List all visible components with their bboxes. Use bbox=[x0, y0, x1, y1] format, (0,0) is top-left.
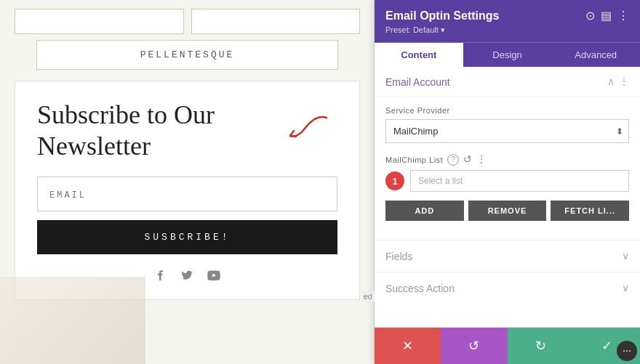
panel-header: Email Optin Settings ⊙ ▤ ⋮ Preset: Defau… bbox=[375, 0, 640, 42]
service-provider-select[interactable]: MailChimp bbox=[385, 119, 629, 143]
panel-preset[interactable]: Preset: Default ▾ bbox=[385, 25, 629, 35]
mini-card-left bbox=[15, 9, 184, 34]
youtube-icon[interactable] bbox=[207, 270, 220, 285]
list-select[interactable]: Select a list bbox=[410, 170, 629, 192]
fetch-button[interactable]: FETCH LI... bbox=[551, 201, 629, 221]
email-input[interactable] bbox=[49, 190, 325, 201]
fields-chevron-icon: ∨ bbox=[622, 250, 629, 262]
mailchimp-list-label: MailChimp List bbox=[385, 155, 443, 164]
mailchimp-more-icon[interactable]: ⋮ bbox=[476, 153, 487, 166]
fields-section[interactable]: Fields ∨ bbox=[375, 240, 640, 272]
panel-body: Email Account ∧ ⋮ Service Provider MailC… bbox=[375, 67, 640, 327]
refresh-icon[interactable]: ↺ bbox=[463, 153, 472, 166]
top-cards-area bbox=[0, 0, 375, 34]
panel-header-icons: ⊙ ▤ ⋮ bbox=[585, 9, 629, 23]
add-button[interactable]: ADD bbox=[385, 201, 464, 221]
service-provider-wrapper: MailChimp ⬍ bbox=[385, 119, 629, 143]
circle-action-button[interactable]: ⋯ bbox=[617, 341, 637, 361]
subscribe-section: Subscribe to Our Newsletter SUSBCRIBE! bbox=[15, 81, 360, 300]
panel-header-top: Email Optin Settings ⊙ ▤ ⋮ bbox=[385, 9, 629, 23]
undo-icon: ↺ bbox=[468, 338, 479, 354]
success-action-section[interactable]: Success Action ∨ bbox=[375, 272, 640, 304]
section-controls: ∧ ⋮ bbox=[607, 76, 629, 88]
action-buttons: ADD REMOVE FETCH LI... bbox=[385, 201, 629, 221]
settings-panel: Email Optin Settings ⊙ ▤ ⋮ Preset: Defau… bbox=[375, 0, 640, 364]
confirm-icon: ✓ bbox=[601, 338, 612, 354]
collapse-icon[interactable]: ∧ bbox=[607, 76, 615, 88]
email-account-title: Email Account bbox=[385, 76, 450, 88]
more-options-icon[interactable]: ⋮ bbox=[617, 9, 629, 23]
section-more-icon[interactable]: ⋮ bbox=[619, 76, 629, 88]
arrow-decoration bbox=[279, 103, 337, 150]
service-provider-label: Service Provider bbox=[385, 106, 629, 115]
panel-tabs: Content Design Advanced bbox=[375, 42, 640, 67]
tab-advanced[interactable]: Advanced bbox=[551, 43, 640, 67]
subscribe-button[interactable]: SUSBCRIBE! bbox=[37, 220, 337, 254]
success-action-title: Success Action bbox=[385, 283, 455, 294]
redo-button[interactable]: ↻ bbox=[508, 328, 574, 364]
email-input-wrapper bbox=[37, 177, 337, 211]
help-icon[interactable]: ? bbox=[447, 154, 459, 166]
edge-text: ed bbox=[361, 291, 375, 302]
tab-design[interactable]: Design bbox=[463, 43, 552, 67]
target-icon[interactable]: ⊙ bbox=[585, 9, 595, 23]
pellentesque-card: PELLENTESQUE bbox=[36, 40, 338, 70]
mailchimp-label-row: MailChimp List ? ↺ ⋮ bbox=[385, 153, 629, 166]
redo-icon: ↻ bbox=[535, 338, 546, 354]
pellentesque-text: PELLENTESQUE bbox=[140, 49, 235, 60]
remove-button[interactable]: REMOVE bbox=[468, 201, 547, 221]
panel-title: Email Optin Settings bbox=[385, 9, 499, 23]
twitter-icon[interactable] bbox=[181, 270, 193, 285]
step-badge: 1 bbox=[385, 171, 404, 190]
bottom-toolbar: ✕ ↺ ↻ ✓ bbox=[375, 327, 640, 364]
cancel-button[interactable]: ✕ bbox=[375, 328, 441, 364]
page-content: PELLENTESQUE Subscribe to Our Newsletter… bbox=[0, 0, 375, 364]
tab-content[interactable]: Content bbox=[375, 43, 463, 67]
cancel-icon: ✕ bbox=[402, 338, 413, 354]
fields-title: Fields bbox=[385, 251, 412, 262]
email-account-section-header: Email Account ∧ ⋮ bbox=[375, 67, 640, 97]
list-selection-row: 1 Select a list bbox=[385, 170, 629, 192]
background-decoration bbox=[0, 277, 145, 364]
email-account-body: Service Provider MailChimp ⬍ MailChimp L… bbox=[375, 97, 640, 240]
mini-card-right bbox=[191, 9, 361, 34]
columns-icon[interactable]: ▤ bbox=[601, 9, 612, 23]
success-action-chevron-icon: ∨ bbox=[622, 282, 629, 294]
circle-btn-icon: ⋯ bbox=[623, 346, 631, 357]
facebook-icon[interactable] bbox=[155, 270, 167, 285]
undo-button[interactable]: ↺ bbox=[441, 328, 507, 364]
